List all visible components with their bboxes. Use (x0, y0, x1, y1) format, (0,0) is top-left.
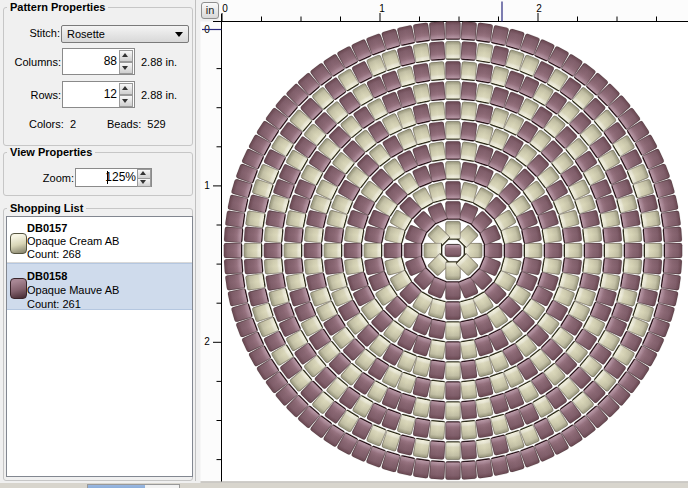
svg-text:2: 2 (536, 3, 542, 14)
svg-text:2: 2 (204, 336, 210, 347)
svg-text:1: 1 (379, 3, 385, 14)
svg-text:0: 0 (222, 3, 228, 14)
svg-text:1: 1 (204, 180, 210, 191)
